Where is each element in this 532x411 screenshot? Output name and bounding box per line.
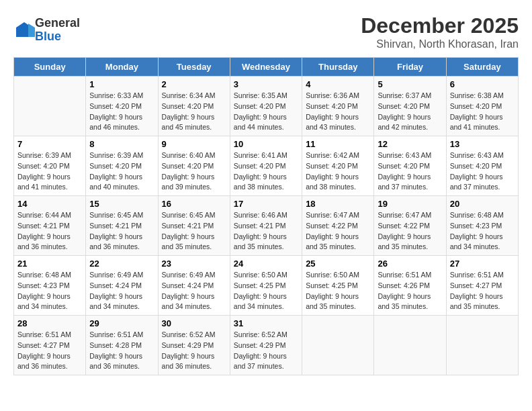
page-subtitle: Shirvan, North Khorasan, Iran: [361, 38, 519, 50]
day-number: 30: [162, 318, 226, 328]
logo: General Blue: [13, 17, 80, 44]
calendar-cell: 7Sunrise: 6:39 AM Sunset: 4:20 PM Daylig…: [14, 136, 86, 196]
day-info: Sunrise: 6:39 AM Sunset: 4:20 PM Dayligh…: [89, 150, 154, 193]
day-number: 27: [450, 259, 515, 269]
day-info: Sunrise: 6:45 AM Sunset: 4:21 PM Dayligh…: [89, 210, 154, 253]
day-info: Sunrise: 6:47 AM Sunset: 4:22 PM Dayligh…: [306, 210, 370, 253]
calendar-cell: 19Sunrise: 6:47 AM Sunset: 4:22 PM Dayli…: [374, 196, 446, 256]
calendar-cell: 29Sunrise: 6:51 AM Sunset: 4:28 PM Dayli…: [86, 316, 158, 375]
calendar-cell: [14, 77, 86, 136]
day-info: Sunrise: 6:39 AM Sunset: 4:20 PM Dayligh…: [17, 150, 82, 193]
header-row: SundayMondayTuesdayWednesdayThursdayFrid…: [14, 58, 519, 77]
day-number: 29: [89, 318, 154, 328]
day-number: 8: [89, 139, 154, 149]
day-info: Sunrise: 6:33 AM Sunset: 4:20 PM Dayligh…: [89, 91, 154, 133]
day-info: Sunrise: 6:51 AM Sunset: 4:26 PM Dayligh…: [378, 270, 442, 312]
day-info: Sunrise: 6:47 AM Sunset: 4:22 PM Dayligh…: [378, 210, 442, 253]
day-info: Sunrise: 6:52 AM Sunset: 4:29 PM Dayligh…: [234, 330, 298, 372]
day-number: 17: [234, 199, 298, 209]
calendar-cell: 24Sunrise: 6:50 AM Sunset: 4:25 PM Dayli…: [230, 256, 302, 316]
header-day-sunday: Sunday: [14, 58, 86, 77]
calendar-cell: 31Sunrise: 6:52 AM Sunset: 4:29 PM Dayli…: [230, 316, 302, 375]
day-info: Sunrise: 6:48 AM Sunset: 4:23 PM Dayligh…: [17, 270, 82, 312]
day-number: 14: [17, 199, 82, 209]
calendar-cell: 20Sunrise: 6:48 AM Sunset: 4:23 PM Dayli…: [446, 196, 518, 256]
day-info: Sunrise: 6:42 AM Sunset: 4:20 PM Dayligh…: [306, 150, 370, 193]
day-info: Sunrise: 6:49 AM Sunset: 4:24 PM Dayligh…: [162, 270, 226, 312]
day-number: 12: [378, 139, 442, 149]
calendar-cell: 23Sunrise: 6:49 AM Sunset: 4:24 PM Dayli…: [158, 256, 230, 316]
week-row-5: 28Sunrise: 6:51 AM Sunset: 4:27 PM Dayli…: [14, 316, 519, 375]
calendar-cell: 9Sunrise: 6:40 AM Sunset: 4:20 PM Daylig…: [158, 136, 230, 196]
day-number: 2: [162, 79, 226, 89]
day-number: 21: [17, 259, 82, 269]
calendar-cell: 2Sunrise: 6:34 AM Sunset: 4:20 PM Daylig…: [158, 77, 230, 136]
calendar-cell: 21Sunrise: 6:48 AM Sunset: 4:23 PM Dayli…: [14, 256, 86, 316]
header-day-tuesday: Tuesday: [158, 58, 230, 77]
calendar-cell: 26Sunrise: 6:51 AM Sunset: 4:26 PM Dayli…: [374, 256, 446, 316]
calendar-cell: 13Sunrise: 6:43 AM Sunset: 4:20 PM Dayli…: [446, 136, 518, 196]
calendar-cell: 18Sunrise: 6:47 AM Sunset: 4:22 PM Dayli…: [302, 196, 374, 256]
day-info: Sunrise: 6:51 AM Sunset: 4:28 PM Dayligh…: [89, 330, 154, 372]
calendar-cell: 12Sunrise: 6:43 AM Sunset: 4:20 PM Dayli…: [374, 136, 446, 196]
day-number: 16: [162, 199, 226, 209]
calendar-cell: 27Sunrise: 6:51 AM Sunset: 4:27 PM Dayli…: [446, 256, 518, 316]
header-day-thursday: Thursday: [302, 58, 374, 77]
day-number: 13: [450, 139, 515, 149]
calendar-cell: 17Sunrise: 6:46 AM Sunset: 4:21 PM Dayli…: [230, 196, 302, 256]
day-info: Sunrise: 6:43 AM Sunset: 4:20 PM Dayligh…: [378, 150, 442, 193]
day-info: Sunrise: 6:36 AM Sunset: 4:20 PM Dayligh…: [306, 91, 370, 133]
day-number: 5: [378, 79, 442, 89]
calendar-cell: 22Sunrise: 6:49 AM Sunset: 4:24 PM Dayli…: [86, 256, 158, 316]
calendar-cell: 15Sunrise: 6:45 AM Sunset: 4:21 PM Dayli…: [86, 196, 158, 256]
day-info: Sunrise: 6:40 AM Sunset: 4:20 PM Dayligh…: [162, 150, 226, 193]
calendar-cell: 8Sunrise: 6:39 AM Sunset: 4:20 PM Daylig…: [86, 136, 158, 196]
day-info: Sunrise: 6:48 AM Sunset: 4:23 PM Dayligh…: [450, 210, 515, 253]
day-number: 23: [162, 259, 226, 269]
day-info: Sunrise: 6:46 AM Sunset: 4:21 PM Dayligh…: [234, 210, 298, 253]
calendar-cell: 25Sunrise: 6:50 AM Sunset: 4:25 PM Dayli…: [302, 256, 374, 316]
day-number: 20: [450, 199, 515, 209]
day-info: Sunrise: 6:44 AM Sunset: 4:21 PM Dayligh…: [17, 210, 82, 253]
calendar-cell: 5Sunrise: 6:37 AM Sunset: 4:20 PM Daylig…: [374, 77, 446, 136]
day-number: 6: [450, 79, 515, 89]
day-number: 11: [306, 139, 370, 149]
calendar-cell: 4Sunrise: 6:36 AM Sunset: 4:20 PM Daylig…: [302, 77, 374, 136]
week-row-1: 1Sunrise: 6:33 AM Sunset: 4:20 PM Daylig…: [14, 77, 519, 136]
day-info: Sunrise: 6:43 AM Sunset: 4:20 PM Dayligh…: [450, 150, 515, 193]
calendar-cell: 3Sunrise: 6:35 AM Sunset: 4:20 PM Daylig…: [230, 77, 302, 136]
day-number: 28: [17, 318, 82, 328]
week-row-2: 7Sunrise: 6:39 AM Sunset: 4:20 PM Daylig…: [14, 136, 519, 196]
header-day-saturday: Saturday: [446, 58, 518, 77]
day-info: Sunrise: 6:50 AM Sunset: 4:25 PM Dayligh…: [306, 270, 370, 312]
day-number: 24: [234, 259, 298, 269]
day-info: Sunrise: 6:49 AM Sunset: 4:24 PM Dayligh…: [89, 270, 154, 312]
day-number: 31: [234, 318, 298, 328]
calendar-body: 1Sunrise: 6:33 AM Sunset: 4:20 PM Daylig…: [14, 77, 519, 375]
calendar-cell: [446, 316, 518, 375]
week-row-4: 21Sunrise: 6:48 AM Sunset: 4:23 PM Dayli…: [14, 256, 519, 316]
day-number: 18: [306, 199, 370, 209]
calendar-cell: 30Sunrise: 6:52 AM Sunset: 4:29 PM Dayli…: [158, 316, 230, 375]
header-day-friday: Friday: [374, 58, 446, 77]
day-info: Sunrise: 6:35 AM Sunset: 4:20 PM Dayligh…: [234, 91, 298, 133]
day-info: Sunrise: 6:38 AM Sunset: 4:20 PM Dayligh…: [450, 91, 515, 133]
day-info: Sunrise: 6:45 AM Sunset: 4:21 PM Dayligh…: [162, 210, 226, 253]
page-title: December 2025: [361, 13, 519, 38]
day-info: Sunrise: 6:41 AM Sunset: 4:20 PM Dayligh…: [234, 150, 298, 193]
day-number: 10: [234, 139, 298, 149]
day-number: 25: [306, 259, 370, 269]
day-number: 3: [234, 79, 298, 89]
header-day-monday: Monday: [86, 58, 158, 77]
day-info: Sunrise: 6:51 AM Sunset: 4:27 PM Dayligh…: [450, 270, 515, 312]
logo-text: General Blue: [35, 17, 80, 44]
day-number: 4: [306, 79, 370, 89]
calendar-table: SundayMondayTuesdayWednesdayThursdayFrid…: [13, 57, 519, 375]
calendar-header: SundayMondayTuesdayWednesdayThursdayFrid…: [14, 58, 519, 77]
day-info: Sunrise: 6:34 AM Sunset: 4:20 PM Dayligh…: [162, 91, 226, 133]
calendar-cell: [302, 316, 374, 375]
calendar-cell: 6Sunrise: 6:38 AM Sunset: 4:20 PM Daylig…: [446, 77, 518, 136]
day-info: Sunrise: 6:52 AM Sunset: 4:29 PM Dayligh…: [162, 330, 226, 372]
page-header: General Blue December 2025 Shirvan, Nort…: [13, 13, 519, 50]
day-info: Sunrise: 6:37 AM Sunset: 4:20 PM Dayligh…: [378, 91, 442, 133]
